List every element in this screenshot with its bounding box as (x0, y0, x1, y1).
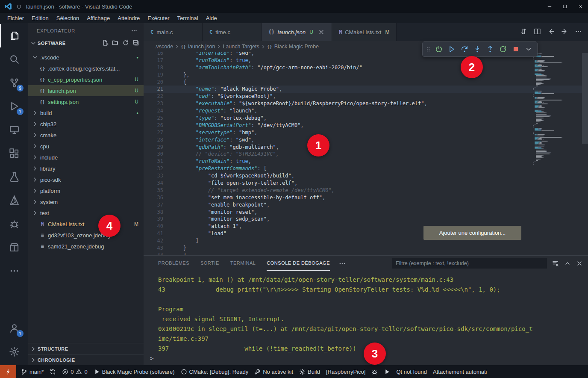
code-line-37[interactable]: 37 "enable breakpoint", (144, 201, 582, 209)
code-line-34[interactable]: 34 "file open-story-teller.elf", (144, 180, 582, 187)
debug-console-output[interactable]: Breakpoint 1, main () at /mnt/data/git/o… (144, 271, 588, 355)
section-structure[interactable]: STRUCTURE (28, 343, 144, 354)
action-more-actions[interactable] (575, 28, 582, 37)
code-line-18[interactable]: 18 "armToolchainPath": "/opt/gcc-arm-non… (144, 64, 582, 71)
tab-cmakelists-txt[interactable]: MCMakeLists.txtM (332, 23, 397, 41)
minimap[interactable] (530, 52, 582, 255)
panel-close-icon[interactable] (576, 260, 583, 267)
action-split-editor[interactable] (534, 28, 541, 37)
code-line-26[interactable]: 26 "BMPGDBSerialPort": "/dev/ttyACM0", (144, 122, 582, 129)
action-open-changes[interactable] (520, 28, 527, 37)
tab-main-c[interactable]: Cmain.c (144, 23, 203, 41)
menu-item-affichage[interactable]: Affichage (83, 13, 114, 23)
console-filter-input[interactable] (392, 258, 547, 269)
tree-item-cmake[interactable]: cmake (28, 130, 144, 141)
tree-item-cortex-debug-registers-stat[interactable]: {}.cortex-debug.registers.stat... (28, 63, 144, 74)
editor-scrollbar[interactable] (582, 53, 588, 144)
code-editor[interactable]: 16 "interface": "swd",17 "runToMain": tr… (144, 52, 588, 255)
tree-item-platform[interactable]: platform (28, 185, 144, 196)
debug-step-over-button[interactable] (459, 43, 470, 55)
tab-time-c[interactable]: Ctime.c (203, 23, 262, 41)
clear-console-icon[interactable] (552, 260, 559, 267)
activity-containers[interactable] (0, 236, 28, 259)
code-line-19[interactable]: 19 }, (144, 71, 582, 79)
action-refresh[interactable] (122, 39, 129, 47)
status-problems[interactable]: 00 (59, 365, 90, 378)
breadcrumb-item-vscode[interactable]: .vscode (155, 44, 173, 50)
section-chronologie[interactable]: CHRONOLOGIE (28, 354, 144, 365)
action-new-file[interactable] (102, 39, 109, 47)
section-software[interactable]: SOFTWARE (28, 38, 144, 48)
status-sync[interactable] (47, 365, 59, 378)
tree-item-system[interactable]: system (28, 196, 144, 207)
debug-restart-button[interactable] (497, 43, 509, 55)
debug-more-button[interactable] (523, 43, 535, 55)
tree-item-cpu[interactable]: cpu (28, 141, 144, 152)
code-line-17[interactable]: 17 "runToMain": true, (144, 57, 582, 64)
tree-item-samd21-ozone-jdebug[interactable]: ≡samd21_ozone.jdebug (28, 241, 144, 252)
menu-item-atteindre[interactable]: Atteindre (114, 13, 144, 23)
code-line-21[interactable]: 21 "name": "Black Magic Probe", (144, 86, 582, 93)
menu-item-terminal[interactable]: Terminal (173, 13, 202, 23)
status-target[interactable]: [RaspberryPico] (323, 365, 368, 378)
panel-tab-probl-mes[interactable]: PROBLÈMES (158, 256, 189, 271)
status-build[interactable]: Build (296, 365, 323, 378)
action-collapse-all[interactable] (132, 39, 139, 47)
tree-item-test[interactable]: test (28, 207, 144, 219)
code-line-25[interactable]: 25 "type": "cortex-debug", (144, 115, 582, 122)
status-debug[interactable] (368, 365, 381, 378)
panel-tab-terminal[interactable]: TERMINAL (230, 256, 256, 271)
code-line-20[interactable]: 20 { (144, 79, 582, 86)
code-line-22[interactable]: 22 "cwd": "${workspaceRoot}", (144, 93, 582, 100)
activity-remote-explorer[interactable] (0, 118, 28, 142)
activity-source-control[interactable]: 9 (0, 71, 28, 94)
status-debug-config[interactable]: Black Magic Probe (software) (91, 365, 178, 378)
menu-item-ex-cuter[interactable]: Exécuter (144, 13, 173, 23)
tree-item-include[interactable]: include (28, 152, 144, 163)
code-line-33[interactable]: 33 "cd ${workspaceRoot}/build", (144, 172, 582, 180)
code-line-32[interactable]: 32 "preRestartCommands": [ (144, 165, 582, 172)
code-line-35[interactable]: 35 // "target extended-remote /dev/ttyAC… (144, 187, 582, 194)
status-kit[interactable]: No active kit (251, 365, 296, 378)
activity-extensions[interactable] (0, 142, 28, 165)
activity-run-debug[interactable]: 1 (0, 94, 28, 118)
tree-item-settings-json[interactable]: {}settings.jsonU (28, 96, 144, 107)
activity-cmake[interactable] (0, 189, 28, 212)
code-line-30[interactable]: 30 // "device": "STM32L431VC", (144, 151, 582, 158)
panel-maximize-icon[interactable] (564, 260, 571, 267)
maximize-button[interactable] (557, 0, 573, 13)
menu-item-edition[interactable]: Edition (28, 13, 53, 23)
views-more-icon[interactable] (131, 27, 138, 34)
debug-step-into-button[interactable] (471, 43, 483, 55)
menu-item-s-lection[interactable]: Sélection (53, 13, 83, 23)
close-tab-icon[interactable] (318, 29, 325, 35)
code-line-44[interactable]: 44 ] (144, 252, 582, 255)
tree-item-build[interactable]: build● (28, 107, 144, 118)
code-line-43[interactable]: 43 } (144, 245, 582, 252)
code-line-36[interactable]: 36 "set mem inaccessible-by-default off"… (144, 194, 582, 201)
tree-item-cmakelists-txt[interactable]: MCMakeLists.txtM (28, 219, 144, 230)
code-line-39[interactable]: 39 "monitor swdp_scan", (144, 216, 582, 223)
code-line-28[interactable]: 28 "interface": "swd", (144, 136, 582, 144)
breadcrumb-item-black-magic-probe[interactable]: {}Black Magic Probe (267, 44, 319, 50)
debug-continue-button[interactable] (446, 43, 458, 55)
breadcrumb-item-launch-targets[interactable]: Launch Targets (223, 44, 259, 50)
action-navigate-back[interactable] (547, 28, 555, 37)
panel-tab-sortie[interactable]: SORTIE (200, 256, 219, 271)
status-auto-attach[interactable]: Attachement automati (430, 365, 490, 378)
activity-accounts[interactable]: 1 (0, 316, 28, 340)
debug-power-button[interactable] (433, 43, 445, 55)
minimize-button[interactable] (542, 0, 557, 13)
close-window-button[interactable] (573, 0, 588, 13)
panel-more-icon[interactable] (338, 260, 346, 267)
status-branch[interactable]: main* (18, 365, 47, 378)
activity-debug-alt[interactable] (0, 212, 28, 236)
breadcrumb-item-launch-json[interactable]: {}launch.json (181, 44, 215, 50)
activity-settings[interactable] (0, 340, 28, 363)
tree-item-c-cpp-properties-json[interactable]: {}c_cpp_properties.jsonU (28, 74, 144, 85)
status-remote[interactable] (0, 365, 16, 378)
code-line-31[interactable]: 31 "runToMain": true, (144, 158, 582, 165)
code-line-27[interactable]: 27 "servertype": "bmp", (144, 129, 582, 136)
tree-item-vscode[interactable]: .vscode● (28, 52, 144, 63)
debug-stop-button[interactable] (510, 43, 522, 55)
